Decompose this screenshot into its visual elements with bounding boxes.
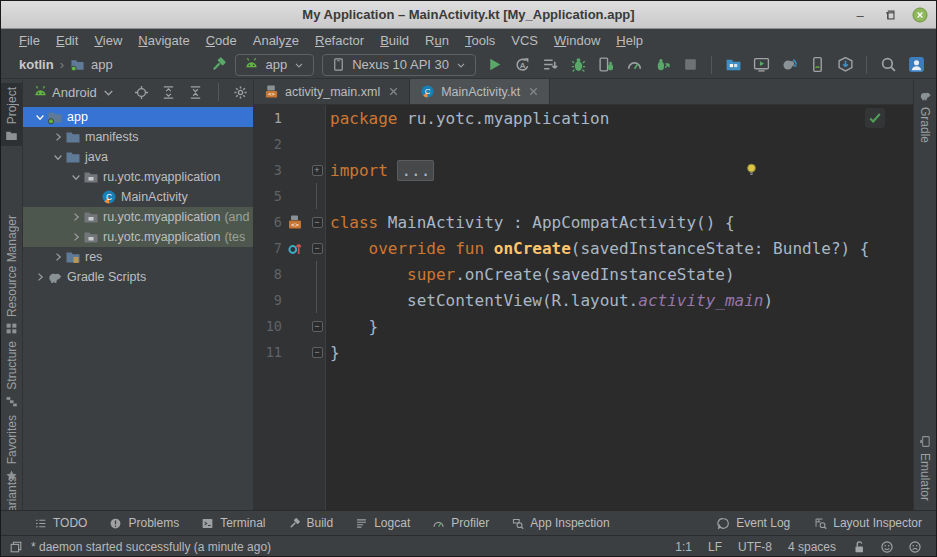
- debug-restart-button[interactable]: [652, 55, 672, 75]
- override-icon[interactable]: [287, 240, 303, 256]
- tool-window-button-layout-inspector[interactable]: Layout Inspector: [814, 516, 922, 530]
- menu-item-edit[interactable]: Edit: [48, 33, 86, 48]
- menu-item-help[interactable]: Help: [608, 33, 651, 48]
- hammer-icon[interactable]: [210, 56, 227, 73]
- code-text[interactable]: import ...: [326, 161, 434, 180]
- tool-window-button-logcat[interactable]: Logcat: [355, 516, 410, 530]
- stripe-item-build-variants[interactable]: Build Variants: [1, 472, 22, 510]
- collapse-all-button[interactable]: [188, 84, 204, 100]
- lock-open-icon[interactable]: [852, 540, 866, 554]
- code-text[interactable]: setContentView(R.layout.activity_main): [326, 291, 773, 310]
- sdk-manager-button[interactable]: [835, 55, 855, 75]
- debug-button[interactable]: [568, 55, 588, 75]
- editor-tab-activity-main-xml[interactable]: <>activity_main.xml: [254, 79, 410, 104]
- menu-item-build[interactable]: Build: [372, 33, 417, 48]
- close-button[interactable]: [912, 7, 928, 23]
- device-file-explorer-button[interactable]: [723, 55, 743, 75]
- menu-item-code[interactable]: Code: [198, 33, 245, 48]
- stripe-item-emulator[interactable]: Emulator: [914, 431, 936, 505]
- tool-window-button-todo[interactable]: TODO: [34, 516, 87, 530]
- tree-item-ru-yotc-myapplication[interactable]: ru.yotc.myapplication(tes: [23, 227, 253, 247]
- restore-icon[interactable]: [883, 8, 897, 22]
- breadcrumb-module[interactable]: kotlin: [19, 57, 54, 72]
- menu-item-view[interactable]: View: [86, 33, 130, 48]
- menu-item-run[interactable]: Run: [417, 33, 457, 48]
- tree-toggle-icon[interactable]: [69, 170, 83, 184]
- fold-marker-icon[interactable]: −: [312, 321, 323, 332]
- close-circle-icon[interactable]: [912, 7, 928, 23]
- close-tab-icon[interactable]: [386, 84, 401, 99]
- code-editor[interactable]: 1package ru.yotc.myapplication23+import …: [254, 105, 913, 510]
- locate-button[interactable]: [134, 84, 150, 100]
- tool-window-button-problems[interactable]: Problems: [109, 516, 179, 530]
- gradle-sync-button[interactable]: [779, 55, 799, 75]
- menu-item-tools[interactable]: Tools: [457, 33, 503, 48]
- settings-button[interactable]: [233, 84, 249, 100]
- maximize-button[interactable]: [882, 7, 898, 23]
- tool-window-button-profiler[interactable]: Profiler: [432, 516, 489, 530]
- tree-toggle-icon[interactable]: [51, 150, 65, 164]
- fold-marker-icon[interactable]: +: [312, 165, 323, 176]
- stripe-item-resource-manager[interactable]: Resource Manager: [1, 211, 22, 339]
- stripe-item-structure[interactable]: Structure: [1, 337, 22, 412]
- code-text[interactable]: class MainActivity : AppCompatActivity()…: [326, 213, 735, 232]
- tree-item-gradle-scripts[interactable]: Gradle Scripts: [23, 267, 253, 287]
- intention-bulb-icon[interactable]: [744, 162, 759, 177]
- device-manager-button[interactable]: [807, 55, 827, 75]
- code-text[interactable]: package ru.yotc.myapplication: [326, 109, 609, 128]
- tool-window-button-build[interactable]: Build: [288, 516, 334, 530]
- file-encoding[interactable]: UTF-8: [738, 540, 772, 554]
- indent-setting[interactable]: 4 spaces: [788, 540, 836, 554]
- minimize-button[interactable]: –: [852, 7, 868, 23]
- layout-gutter-icon[interactable]: <>: [287, 214, 303, 230]
- tree-toggle-icon[interactable]: [69, 230, 83, 244]
- tree-toggle-icon[interactable]: [51, 130, 65, 144]
- fold-marker-icon[interactable]: −: [312, 217, 323, 228]
- tree-item-manifests[interactable]: manifests: [23, 127, 253, 147]
- fold-marker-icon[interactable]: −: [312, 243, 323, 254]
- running-devices-button[interactable]: [751, 55, 771, 75]
- smiley-face-icon[interactable]: [880, 540, 894, 554]
- caret-position[interactable]: 1:1: [675, 540, 692, 554]
- line-separator[interactable]: LF: [708, 540, 722, 554]
- stripe-item-project[interactable]: Project: [1, 83, 22, 146]
- tree-item-app[interactable]: app: [23, 107, 253, 127]
- tree-item-ru-yotc-myapplication[interactable]: ru.yotc.myapplication(and: [23, 207, 253, 227]
- code-text[interactable]: override fun onCreate(savedInstanceState…: [326, 239, 869, 258]
- run-configuration-dropdown[interactable]: app: [235, 54, 314, 76]
- profiler-button[interactable]: [624, 55, 644, 75]
- tree-item-java[interactable]: java: [23, 147, 253, 167]
- tool-window-button-terminal[interactable]: Terminal: [201, 516, 265, 530]
- menu-item-analyze[interactable]: Analyze: [245, 33, 307, 48]
- tree-item-mainactivity[interactable]: CMainActivity: [23, 187, 253, 207]
- menu-item-file[interactable]: File: [11, 33, 48, 48]
- tree-toggle-icon[interactable]: [33, 270, 47, 284]
- play-button[interactable]: [484, 55, 504, 75]
- breadcrumb-target[interactable]: app: [91, 57, 113, 72]
- sad-face-icon[interactable]: [908, 540, 922, 554]
- apply-changes-button[interactable]: [540, 55, 560, 75]
- rerun-button[interactable]: A: [512, 55, 532, 75]
- inspection-status[interactable]: [865, 108, 885, 128]
- device-dropdown[interactable]: Nexus 10 API 30: [322, 54, 476, 76]
- tool-window-button-app-inspection[interactable]: App Inspection: [511, 516, 609, 530]
- menu-item-window[interactable]: Window: [546, 33, 608, 48]
- project-view-selector[interactable]: Android: [52, 85, 97, 100]
- expand-all-button[interactable]: [161, 84, 177, 100]
- tree-toggle-icon[interactable]: [51, 250, 65, 264]
- code-text[interactable]: }: [326, 343, 340, 362]
- close-tab-icon[interactable]: [526, 84, 541, 99]
- editor-tab-mainactivity-kt[interactable]: CMainActivity.kt: [410, 79, 550, 104]
- chevron-down-icon[interactable]: [101, 85, 116, 100]
- stop-button[interactable]: [680, 55, 700, 75]
- tree-item-res[interactable]: res: [23, 247, 253, 267]
- tree-item-ru-yotc-myapplication[interactable]: ru.yotc.myapplication: [23, 167, 253, 187]
- menu-item-vcs[interactable]: VCS: [503, 33, 546, 48]
- tree-toggle-icon[interactable]: [33, 110, 47, 124]
- code-text[interactable]: super.onCreate(savedInstanceState): [326, 265, 735, 284]
- fold-marker-icon[interactable]: −: [312, 347, 323, 358]
- profile-avatar-button[interactable]: [906, 55, 926, 75]
- menu-item-refactor[interactable]: Refactor: [307, 33, 372, 48]
- tree-toggle-icon[interactable]: [69, 210, 83, 224]
- tool-window-button-event-log[interactable]: Event Log: [717, 516, 790, 530]
